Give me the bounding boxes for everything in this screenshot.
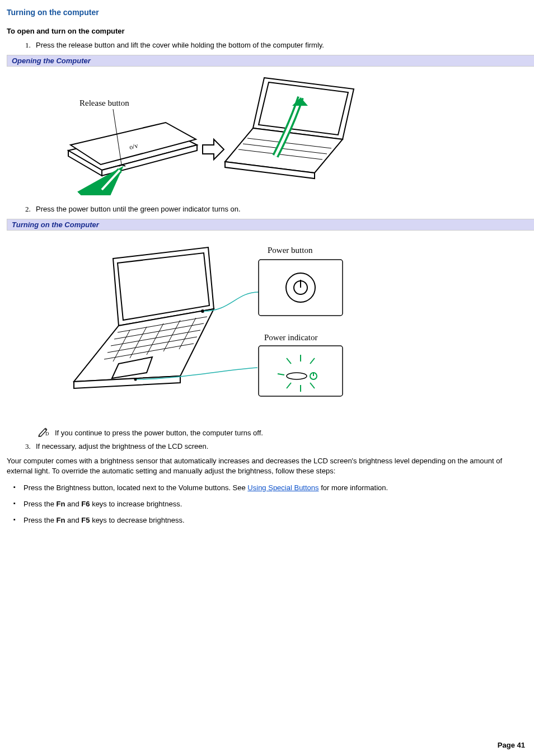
step-list: Press the release button and lift the co… [7,41,527,49]
figure-caption-opening: Opening the Computer [7,55,534,67]
svg-point-39 [287,373,307,379]
svg-point-37 [134,378,137,381]
figure-turning-on-computer: Power button Power indicator [7,233,527,421]
svg-marker-10 [259,82,348,135]
note: D If you continue to press the power but… [38,427,527,439]
label-power-button: Power button [268,246,313,255]
section-title: Turning on the computer [7,8,527,17]
bullet-increase-brightness: Press the Fn and F6 keys to increase bri… [11,500,527,508]
svg-marker-8 [203,139,224,159]
note-icon: D [38,427,49,439]
key-f6: F6 [81,500,90,508]
bullet-list: Press the Brightness button, located nex… [7,483,527,524]
key-f5: F5 [81,516,90,524]
key-fn: Fn [57,516,65,524]
note-text: If you continue to press the power butto… [55,429,263,437]
label-release-button: Release button [79,98,129,107]
key-fn: Fn [57,500,65,508]
figure-opening-computer: o/v Release button [7,69,527,201]
label-power-indicator: Power indicator [264,333,317,342]
step-1: Press the release button and lift the co… [32,41,527,49]
step-3: If necessary, adjust the brightness of t… [32,442,527,450]
page-number: Page 41 [498,741,525,749]
link-using-special-buttons[interactable]: Using Special Buttons [247,483,318,492]
step-list: If necessary, adjust the brightness of t… [7,442,527,450]
step-list: Press the power button until the green p… [7,205,527,213]
step-2: Press the power button until the green p… [32,205,527,213]
bullet-decrease-brightness: Press the Fn and F5 keys to decrease bri… [11,516,527,524]
bullet-brightness-button: Press the Brightness button, located nex… [11,483,527,492]
figure-caption-turning-on: Turning on the Computer [7,219,534,231]
brightness-paragraph: Your computer comes with a brightness se… [7,456,527,476]
procedure-heading: To open and turn on the computer [7,27,527,35]
svg-text:D: D [45,431,49,436]
